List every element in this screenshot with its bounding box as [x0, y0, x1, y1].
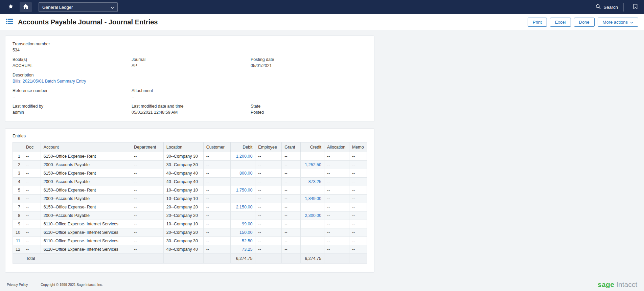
entry-memo: --	[349, 211, 367, 220]
home-button[interactable]	[20, 2, 32, 12]
global-search-button[interactable]: Search	[596, 4, 618, 10]
bookmarks-button[interactable]	[629, 2, 641, 12]
entry-row: 6 -- 2000--Accounts Payable -- 10--Compa…	[13, 195, 367, 203]
done-button[interactable]: Done	[574, 18, 595, 27]
entry-department: --	[131, 169, 164, 178]
entry-location: 30--Company 30	[163, 152, 203, 161]
entry-debit-link[interactable]	[230, 195, 255, 203]
entries-table: Doc Account Department Location Customer…	[13, 142, 367, 264]
entry-credit-link[interactable]: 2,300.00	[301, 211, 324, 220]
total-debit: 6,274.75	[230, 254, 255, 264]
entry-credit-link[interactable]	[301, 186, 324, 195]
entry-credit-link[interactable]	[301, 228, 324, 237]
entry-allocation: --	[324, 169, 349, 178]
column-header-credit: Credit	[301, 142, 324, 152]
entry-employee: --	[255, 152, 282, 161]
entry-debit-link[interactable]: 1,200.00	[230, 152, 255, 161]
entry-credit-link[interactable]	[301, 169, 324, 178]
entry-customer: --	[203, 237, 230, 245]
detail-row: Last modified by admin Last modified dat…	[13, 104, 367, 119]
module-selector-dropdown[interactable]: General Ledger	[39, 2, 118, 12]
entry-credit-link[interactable]: 1,252.50	[301, 161, 324, 169]
entry-credit-link[interactable]	[301, 220, 324, 228]
entry-doc: --	[23, 178, 41, 186]
entry-department: --	[131, 203, 164, 211]
detail-row: Description Bills: 2021/05/01 Batch Summ…	[13, 73, 367, 88]
entry-doc: --	[23, 186, 41, 195]
print-button[interactable]: Print	[528, 18, 547, 27]
entry-debit-link[interactable]	[230, 161, 255, 169]
excel-button[interactable]: Excel	[550, 18, 571, 27]
entry-credit-link[interactable]	[301, 152, 324, 161]
column-header-debit: Debit	[230, 142, 255, 152]
entry-employee: --	[255, 178, 282, 186]
entry-doc: --	[23, 245, 41, 254]
entry-doc: --	[23, 211, 41, 220]
description-link[interactable]: Bills: 2021/05/01 Batch Summary Entry	[13, 79, 86, 84]
entry-credit-link[interactable]	[301, 237, 324, 245]
entry-debit-link[interactable]: 99.00	[230, 220, 255, 228]
entry-grant: --	[282, 178, 301, 186]
entry-department: --	[131, 245, 164, 254]
entry-department: --	[131, 178, 164, 186]
entry-debit-link[interactable]: 150.00	[230, 228, 255, 237]
entry-credit-link[interactable]	[301, 245, 324, 254]
field-value: admin	[13, 110, 132, 115]
field-last-modified-by: Last modified by admin	[13, 104, 132, 115]
topbar-right-group: Search	[596, 2, 644, 12]
entry-customer: --	[203, 203, 230, 211]
entry-line-number: 4	[13, 178, 23, 186]
entry-grant: --	[282, 228, 301, 237]
column-header-line	[13, 142, 23, 152]
search-label: Search	[603, 5, 618, 10]
entry-memo: --	[349, 195, 367, 203]
entries-total-row: Total 6,274.75 6,274.75	[13, 254, 367, 264]
column-header-location: Location	[163, 142, 203, 152]
entries-panel: Entries Doc Account Department Location …	[5, 128, 374, 273]
entry-allocation: --	[324, 211, 349, 220]
entry-memo: --	[349, 237, 367, 245]
field-value: --	[13, 94, 132, 99]
entry-row: 12 -- 6110--Office Expense- Internet Ser…	[13, 245, 367, 254]
entry-credit-link[interactable]	[301, 203, 324, 211]
entry-credit-link[interactable]: 1,849.00	[301, 195, 324, 203]
entry-debit-link[interactable]: 73.25	[230, 245, 255, 254]
entry-account: 6110--Office Expense- Internet Services	[41, 220, 131, 228]
entry-department: --	[131, 195, 164, 203]
entry-row: 7 -- 6150--Office Expense- Rent -- 20--C…	[13, 203, 367, 211]
entry-debit-link[interactable]: 52.50	[230, 237, 255, 245]
entry-row: 8 -- 2000--Accounts Payable -- 20--Compa…	[13, 211, 367, 220]
entry-debit-link[interactable]: 800.00	[230, 169, 255, 178]
field-value: 534	[13, 48, 132, 52]
entry-customer: --	[203, 161, 230, 169]
entry-doc: --	[23, 203, 41, 211]
field-label: Book(s)	[13, 57, 132, 62]
entry-line-number: 5	[13, 186, 23, 195]
privacy-policy-link[interactable]: Privacy Policy	[7, 283, 28, 287]
entry-debit-link[interactable]	[230, 211, 255, 220]
entry-department: --	[131, 161, 164, 169]
entry-employee: --	[255, 220, 282, 228]
entry-location: 10--Company 10	[163, 186, 203, 195]
column-header-memo: Memo	[349, 142, 367, 152]
journal-list-button[interactable]	[6, 19, 13, 25]
entry-debit-link[interactable]: 1,750.00	[230, 186, 255, 195]
entry-debit-link[interactable]: 2,150.00	[230, 203, 255, 211]
entry-customer: --	[203, 169, 230, 178]
entries-header-row: Doc Account Department Location Customer…	[13, 142, 367, 152]
star-icon	[8, 4, 14, 10]
entry-employee: --	[255, 237, 282, 245]
field-journal: Journal AP	[132, 57, 251, 68]
entry-customer: --	[203, 178, 230, 186]
entry-line-number: 9	[13, 220, 23, 228]
entry-credit-link[interactable]: 873.25	[301, 178, 324, 186]
entry-line-number: 11	[13, 237, 23, 245]
entry-doc: --	[23, 152, 41, 161]
favorites-button[interactable]	[5, 2, 17, 12]
entry-line-number: 8	[13, 211, 23, 220]
entry-debit-link[interactable]	[230, 178, 255, 186]
field-value: ACCRUAL	[13, 63, 132, 68]
entry-employee: --	[255, 228, 282, 237]
more-actions-button[interactable]: More actions	[598, 18, 638, 27]
entry-allocation: --	[324, 245, 349, 254]
